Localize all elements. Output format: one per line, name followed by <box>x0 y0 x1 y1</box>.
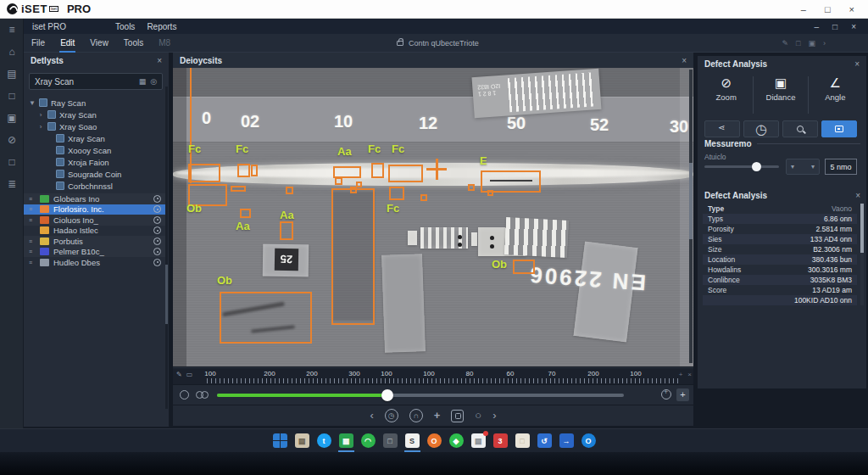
record-button[interactable]: ○ <box>475 409 481 422</box>
pinned-red-icon[interactable]: 3 <box>493 433 508 448</box>
opera-blue-icon[interactable]: O <box>581 433 596 448</box>
reorder-icon[interactable]: ≡ <box>29 249 36 254</box>
filter-grid-icon[interactable]: ▦ <box>139 77 147 86</box>
ruler-plus-icon[interactable]: + <box>679 371 683 378</box>
add-tile-button[interactable]: + <box>676 388 689 401</box>
tree-item[interactable]: Xoooy Scan <box>24 144 168 156</box>
app-close-button[interactable]: × <box>851 22 856 31</box>
layers-icon[interactable]: ▣ <box>0 107 24 129</box>
opera-orange-icon[interactable]: O <box>427 433 442 448</box>
datasets-close-icon[interactable]: × <box>157 56 162 65</box>
rect-tool-icon[interactable]: □ <box>0 85 24 107</box>
share-button[interactable] <box>704 120 740 137</box>
defect-box[interactable] <box>188 164 220 182</box>
visibility-eye-icon[interactable] <box>153 238 161 245</box>
crop-icon[interactable]: ▭ <box>186 371 193 378</box>
defect-box[interactable] <box>371 163 384 178</box>
measure-slider[interactable] <box>704 165 779 168</box>
arrow-blue-icon[interactable]: → <box>559 433 574 448</box>
zoom-tool-button[interactable]: ⊘ Zoom <box>699 76 754 114</box>
tree-expand-icon[interactable]: ▼ <box>29 99 36 107</box>
edit-ruler-icon[interactable]: ✎ <box>176 371 182 378</box>
defect-box[interactable] <box>420 194 427 201</box>
viewer-close-icon[interactable]: × <box>682 56 687 65</box>
defect-box[interactable] <box>331 188 375 325</box>
angle-tool-button[interactable]: ∠ Angle <box>809 76 862 114</box>
frame-slider-knob[interactable] <box>381 389 393 401</box>
square-tool-icon[interactable]: □ <box>0 151 24 173</box>
defect-table-row[interactable]: TypeVaono <box>703 204 857 214</box>
green-browser-icon[interactable]: ◠ <box>361 433 376 448</box>
evernote-icon[interactable]: ◆ <box>449 433 464 448</box>
search-input[interactable]: Xray Scan ▦ ◎ <box>29 73 163 90</box>
defect-table-row[interactable]: Conlibnce3035K8 BM3 <box>703 275 857 285</box>
defect-table-row[interactable]: SizeB2.3006 nm <box>703 244 857 254</box>
visibility-eye-icon[interactable] <box>153 195 161 203</box>
layer-row[interactable]: ≡Porbutis <box>24 236 168 247</box>
defect-box[interactable] <box>388 165 423 182</box>
erase-icon[interactable]: ⊘ <box>0 129 24 151</box>
reorder-icon[interactable]: ≡ <box>29 238 36 244</box>
visibility-eye-icon[interactable] <box>153 226 161 234</box>
layer-row[interactable]: ≡Florlosiro. Inc. <box>24 204 168 215</box>
reorder-icon[interactable]: ≡ <box>29 217 36 223</box>
defect-box[interactable] <box>240 209 251 218</box>
reorder-icon[interactable]: ≡ <box>29 206 36 212</box>
measure-value-field[interactable]: 5 nmo <box>825 159 857 175</box>
defect-box[interactable] <box>335 177 342 185</box>
defect-table-row[interactable]: Location380.436 bun <box>703 254 857 265</box>
history-clock-button[interactable]: ◷ <box>385 409 398 422</box>
layer-row[interactable]: ≡Globears Ino <box>24 193 168 204</box>
os-minimize-button[interactable]: – <box>801 4 806 14</box>
defect-box[interactable] <box>333 166 361 178</box>
table-scrollbar[interactable] <box>860 204 864 305</box>
xray-image[interactable]: 0021012505230 1 8 2 1I2O I832 25 <box>173 68 693 366</box>
menu-edit[interactable]: Edit <box>53 34 82 53</box>
tree-item[interactable]: Sougrade Coin <box>24 168 168 180</box>
sidebar-scrollbar[interactable] <box>165 87 168 409</box>
menu-file[interactable]: File <box>24 34 53 53</box>
frame-button[interactable] <box>451 410 464 422</box>
annotate-icon[interactable]: ✎ <box>782 39 789 48</box>
defect-box[interactable] <box>389 187 404 200</box>
image-icon[interactable]: ▤ <box>0 63 24 85</box>
screenshot-app-icon[interactable]: □ <box>383 433 398 448</box>
arrow-icon[interactable]: › <box>823 39 826 48</box>
tree-expand-icon[interactable]: › <box>37 111 44 119</box>
slider-knob[interactable] <box>752 162 761 171</box>
zoom-plus-icon[interactable] <box>661 389 671 400</box>
list-icon[interactable]: ≣ <box>0 173 24 195</box>
history-button[interactable]: ◷ <box>743 120 779 137</box>
window-icon[interactable]: □ <box>796 39 800 48</box>
defect-box[interactable] <box>513 260 535 274</box>
twitter-icon[interactable]: t <box>317 433 331 448</box>
defect-box[interactable] <box>468 184 475 191</box>
unit-dropdown[interactable]: ▾ ▾ <box>786 159 820 175</box>
defect-box[interactable] <box>231 186 246 192</box>
defect-box[interactable] <box>237 164 250 177</box>
app-minimize-button[interactable]: – <box>815 22 820 31</box>
defect-box[interactable] <box>251 165 258 176</box>
os-close-button[interactable]: × <box>849 4 854 14</box>
visibility-eye-icon[interactable] <box>153 248 161 255</box>
move-button[interactable]: + <box>434 409 441 422</box>
visibility-eye-icon[interactable] <box>153 205 161 213</box>
ruler-close-icon[interactable]: × <box>687 371 692 378</box>
sheets-app-icon[interactable]: ▦ <box>339 433 353 448</box>
defect-table-close-icon[interactable]: × <box>855 191 860 200</box>
defect-box[interactable] <box>280 221 293 240</box>
defect-table-row[interactable]: Howdalins300.3016 mm <box>703 265 857 275</box>
link-icon[interactable] <box>196 391 208 400</box>
menu-view[interactable]: View <box>82 34 116 53</box>
app-maximize-button[interactable]: □ <box>832 22 837 31</box>
prev-button[interactable]: ‹ <box>370 409 373 422</box>
defect-box[interactable] <box>487 190 493 196</box>
defect-table-row[interactable]: Typs6.86 onn <box>703 214 857 224</box>
defect-analysis-close-icon[interactable]: × <box>854 59 860 69</box>
defect-table-row[interactable]: 100KID AD10 onn <box>703 295 857 305</box>
start-icon[interactable] <box>273 433 287 448</box>
folder-icon[interactable]: □ <box>515 433 530 448</box>
tree-item[interactable]: Xray Scan <box>24 132 168 144</box>
rotate-button[interactable]: ∩ <box>409 409 423 422</box>
appbar-tools-menu[interactable]: Tools <box>115 22 135 31</box>
